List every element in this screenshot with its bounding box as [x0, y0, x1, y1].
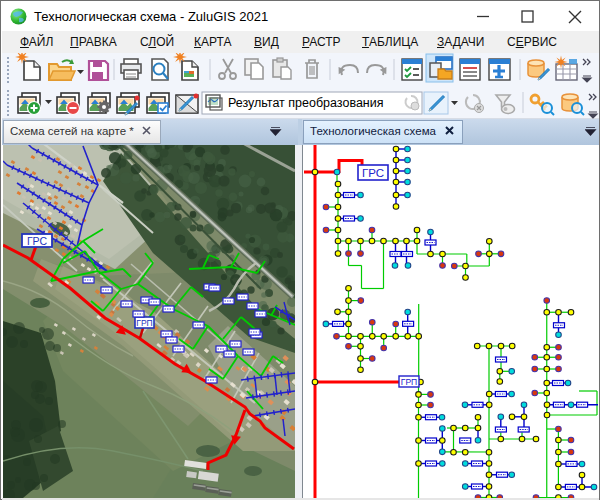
svg-text:ГРП: ГРП — [401, 377, 417, 387]
svg-text:ГРС: ГРС — [362, 167, 384, 179]
svg-text:ГРС: ГРС — [27, 235, 48, 247]
svg-text:ГРП: ГРП — [136, 318, 152, 328]
svg-text:Результат преобразования: Результат преобразования — [228, 96, 384, 110]
